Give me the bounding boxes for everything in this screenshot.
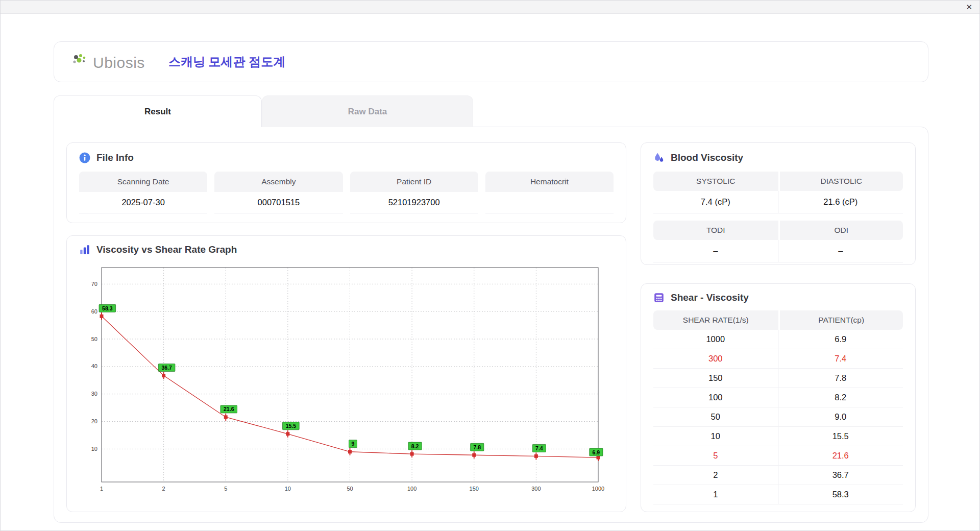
systolic-value: 7.4 (cP) [653, 191, 778, 213]
svg-text:150: 150 [470, 486, 479, 492]
right-column: Blood Viscosity SYSTOLIC DIASTOLIC 7.4 (… [641, 142, 916, 512]
field-value: 2025-07-30 [79, 192, 207, 213]
shear-rate-cell: 10 [653, 427, 778, 446]
shear-rate-cell: 50 [653, 407, 778, 426]
tab-bar: Result Raw Data [54, 95, 928, 127]
svg-text:300: 300 [531, 486, 541, 492]
field-label: Hematocrit [485, 172, 614, 192]
logo-mark-icon [71, 53, 90, 70]
shear-rate-cell: 100 [653, 388, 778, 407]
patient-column-header: PATIENT(cp) [778, 310, 903, 330]
file-info-card: File Info Scanning Date 2025-07-30 Assem… [66, 142, 626, 223]
svg-text:60: 60 [91, 308, 97, 315]
shear-viscosity-title: Shear - Viscosity [671, 292, 749, 303]
table-row: 158.3 [653, 485, 903, 504]
graph-title-row: Viscosity vs Shear Rate Graph [79, 244, 614, 255]
table-row: 1008.2 [653, 388, 903, 407]
shear-viscosity-title-row: Shear - Viscosity [653, 292, 903, 303]
field-value: 52101923700 [350, 192, 478, 213]
patient-cell: 8.2 [778, 388, 903, 407]
shear-rate-cell: 1000 [653, 330, 778, 349]
result-panel: File Info Scanning Date 2025-07-30 Assem… [54, 127, 928, 523]
shear-rate-column-header: SHEAR RATE(1/s) [653, 310, 778, 330]
bv-header-row-2: TODI ODI [653, 221, 903, 240]
svg-text:10: 10 [285, 486, 291, 492]
table-calc-icon [653, 292, 665, 303]
page: Ubiosis 스캐닝 모세관 점도계 Result Raw Data [1, 14, 979, 523]
file-info-fields: Scanning Date 2025-07-30 Assembly 000701… [79, 172, 614, 213]
svg-text:40: 40 [91, 363, 97, 369]
table-row: 509.0 [653, 407, 903, 427]
systolic-label: SYSTOLIC [653, 172, 778, 191]
shear-rate-cell: 1 [653, 485, 778, 504]
tab-raw-data[interactable]: Raw Data [262, 95, 473, 127]
titlebar: ✕ [1, 1, 979, 14]
field-label: Patient ID [350, 172, 478, 192]
shear-rate-cell: 300 [653, 349, 778, 368]
field-patient-id: Patient ID 52101923700 [350, 172, 478, 213]
file-info-title-row: File Info [79, 152, 614, 163]
blood-viscosity-card: Blood Viscosity SYSTOLIC DIASTOLIC 7.4 (… [641, 142, 916, 265]
bv-value-row-2: – – [653, 240, 903, 262]
todi-value: – [653, 240, 778, 262]
header-card: Ubiosis 스캐닝 모세관 점도계 [54, 41, 928, 82]
patient-cell: 15.5 [778, 427, 903, 446]
svg-text:70: 70 [91, 281, 97, 287]
brand-logo: Ubiosis [71, 53, 145, 70]
close-icon[interactable]: ✕ [966, 3, 972, 11]
svg-text:21.6: 21.6 [224, 406, 234, 412]
viscosity-chart: 102030405060701251050100150300100058.336… [79, 259, 615, 499]
field-value [485, 192, 614, 213]
bv-value-row: 7.4 (cP) 21.6 (cP) [653, 191, 903, 213]
table-row: 521.6 [653, 446, 903, 466]
shear-rate-cell: 150 [653, 369, 778, 388]
field-label: Scanning Date [79, 172, 207, 192]
field-hematocrit: Hematocrit [485, 172, 614, 213]
svg-text:7.8: 7.8 [473, 444, 481, 450]
svg-text:58.3: 58.3 [102, 305, 113, 311]
svg-text:6.9: 6.9 [593, 449, 600, 455]
svg-text:50: 50 [91, 336, 97, 342]
patient-cell: 36.7 [778, 466, 903, 485]
svg-text:15.5: 15.5 [286, 423, 297, 429]
todi-label: TODI [653, 221, 778, 240]
svg-text:50: 50 [347, 486, 353, 492]
odi-value: – [778, 240, 903, 262]
shear-viscosity-card: Shear - Viscosity SHEAR RATE(1/s) PATIEN… [641, 283, 916, 512]
info-icon [79, 152, 90, 163]
table-row: 1015.5 [653, 427, 903, 446]
field-scanning-date: Scanning Date 2025-07-30 [79, 172, 207, 213]
brand-name: Ubiosis [93, 55, 145, 70]
table-row: 1507.8 [653, 369, 903, 388]
app-window: ✕ Ubiosis 스캐닝 모세관 점도계 [0, 0, 980, 531]
svg-text:5: 5 [224, 486, 227, 492]
diastolic-label: DIASTOLIC [778, 172, 903, 191]
svg-text:8.2: 8.2 [411, 443, 419, 449]
svg-text:1: 1 [100, 486, 103, 492]
graph-title: Viscosity vs Shear Rate Graph [96, 244, 237, 255]
tab-result[interactable]: Result [54, 95, 262, 127]
svg-text:2: 2 [162, 486, 165, 492]
svg-text:7.4: 7.4 [535, 445, 543, 451]
app-title: 스캐닝 모세관 점도계 [168, 54, 285, 70]
field-label: Assembly [214, 172, 342, 192]
diastolic-value: 21.6 (cP) [778, 191, 903, 213]
blood-viscosity-title: Blood Viscosity [671, 152, 743, 163]
field-value: 000701515 [214, 192, 342, 213]
patient-cell: 6.9 [778, 330, 903, 349]
svg-text:100: 100 [407, 486, 416, 492]
svg-text:30: 30 [91, 391, 97, 397]
blood-drop-icon [653, 152, 665, 163]
file-info-title: File Info [96, 152, 134, 163]
patient-cell: 7.4 [778, 349, 903, 368]
patient-cell: 9.0 [778, 407, 903, 426]
table-row: 236.7 [653, 466, 903, 485]
bv-header-row: SYSTOLIC DIASTOLIC [653, 172, 903, 191]
table-row: 10006.9 [653, 330, 903, 349]
shear-table-body: 10006.93007.41507.81008.2509.01015.5521.… [653, 330, 903, 504]
svg-text:1000: 1000 [592, 486, 604, 492]
patient-cell: 58.3 [778, 485, 903, 504]
bar-chart-icon [79, 244, 90, 255]
patient-cell: 21.6 [778, 446, 903, 465]
spacer [653, 213, 903, 221]
